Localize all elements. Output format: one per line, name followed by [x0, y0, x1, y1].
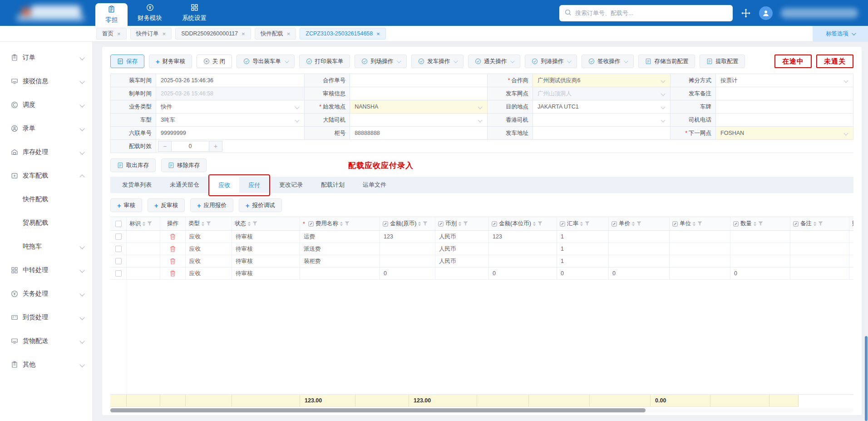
delete-icon[interactable]: [170, 233, 176, 240]
horizontal-scrollbar[interactable]: [110, 408, 853, 412]
business-type-select[interactable]: 快件: [156, 100, 305, 114]
audit-info-field[interactable]: [350, 87, 488, 100]
close-icon[interactable]: ×: [376, 31, 380, 37]
row-checkbox[interactable]: [115, 270, 122, 277]
filter-icon[interactable]: [206, 221, 211, 226]
sort-icon[interactable]: [340, 222, 343, 226]
cell-currency[interactable]: [435, 267, 489, 280]
filter-icon[interactable]: [252, 221, 257, 226]
tab-stowage-plan[interactable]: 配载计划: [312, 177, 354, 193]
cell-unit[interactable]: [670, 255, 730, 267]
close-icon[interactable]: ×: [163, 31, 166, 37]
sidebar-item-delivery[interactable]: 货物配送: [0, 329, 92, 353]
take-out-stock-button[interactable]: 取出库存: [110, 158, 156, 172]
table-row[interactable]: 应收 待审核 0 0 0 0 0: [110, 267, 853, 280]
filter-icon[interactable]: [538, 221, 542, 226]
search-input[interactable]: [575, 10, 727, 16]
sort-icon[interactable]: [533, 222, 536, 226]
stepper-value[interactable]: 0: [172, 141, 209, 152]
sidebar-item-other[interactable]: 其他: [0, 353, 92, 376]
cell-note[interactable]: [790, 243, 849, 255]
nav-item-ltl[interactable]: 零担: [95, 3, 128, 26]
cell-unit[interactable]: [670, 231, 730, 243]
row-checkbox[interactable]: [115, 258, 122, 264]
col-note[interactable]: 备注: [790, 217, 849, 230]
cell-note[interactable]: [790, 267, 849, 280]
cell-amount-base[interactable]: 123: [489, 231, 557, 243]
close-icon[interactable]: ×: [117, 31, 121, 37]
customs-ops-button[interactable]: 通关操作: [468, 54, 520, 68]
cell-fee-name[interactable]: 运费: [300, 231, 380, 243]
nav-item-finance[interactable]: 财务模块: [128, 0, 172, 26]
tab-receivable[interactable]: 应收: [209, 175, 239, 195]
sidebar-item-inventory[interactable]: 库存处理: [0, 140, 92, 164]
user-name[interactable]: [781, 8, 858, 18]
sidebar-item-orders[interactable]: 订单: [0, 46, 92, 69]
container-number-field[interactable]: 88888888: [350, 127, 488, 140]
sidebar-item-transit[interactable]: 中转处理: [0, 258, 92, 282]
table-row[interactable]: 应收 待审核 运费 123 人民币 123 1: [110, 231, 853, 243]
cell-fee-name[interactable]: 派送费: [300, 243, 380, 255]
col-unit[interactable]: 单位: [670, 217, 730, 230]
vertical-scrollbar[interactable]: [865, 336, 868, 421]
filter-icon[interactable]: [423, 221, 428, 226]
hk-driver-select[interactable]: [533, 114, 671, 127]
six-part-number-field[interactable]: 99999999: [156, 127, 305, 140]
cell-amount-orig[interactable]: [380, 255, 435, 267]
vehicle-type-select[interactable]: 3吨车: [156, 114, 305, 127]
sign-ops-button[interactable]: 签收操作: [582, 54, 634, 68]
filter-icon[interactable]: [585, 221, 590, 226]
cell-quantity[interactable]: [730, 255, 790, 267]
arrival-ops-button[interactable]: 到场操作: [355, 54, 407, 68]
delete-icon[interactable]: [170, 258, 176, 264]
cell-amount-base[interactable]: 0: [489, 267, 557, 280]
sort-icon[interactable]: [814, 222, 816, 226]
col-fee-name[interactable]: *费用名称: [300, 217, 380, 230]
row-checkbox[interactable]: [115, 246, 122, 252]
cell-price[interactable]: [609, 255, 670, 267]
cell-rate[interactable]: 0: [557, 267, 609, 280]
sort-icon[interactable]: [754, 222, 756, 226]
col-quantity[interactable]: 数量: [730, 217, 790, 230]
cell-fee-name[interactable]: 装柜费: [300, 255, 380, 267]
tab-home[interactable]: 首页×: [96, 28, 127, 40]
cell-unit[interactable]: [670, 243, 730, 255]
close-icon[interactable]: ×: [287, 31, 291, 37]
sidebar-item-ton-trailer[interactable]: 吨拖车: [0, 235, 92, 258]
col-rate[interactable]: 汇率: [557, 217, 609, 230]
cell-quantity[interactable]: [730, 231, 790, 243]
filter-icon[interactable]: [636, 221, 641, 226]
tab-options-button[interactable]: 标签选项: [813, 26, 868, 41]
cell-price[interactable]: [609, 231, 670, 243]
filter-icon[interactable]: [147, 221, 152, 226]
cell-rate[interactable]: 1: [557, 231, 609, 243]
sort-icon[interactable]: [580, 222, 583, 226]
cell-price[interactable]: 0: [609, 267, 670, 280]
stepper-minus-button[interactable]: −: [158, 141, 172, 152]
apply-quote-button[interactable]: +应用报价: [190, 198, 233, 212]
sort-icon[interactable]: [248, 222, 251, 226]
sidebar-item-express-stowage[interactable]: 快件配载: [0, 188, 92, 211]
plate-number-field[interactable]: [716, 100, 853, 114]
export-loading-list-button[interactable]: 导出装车单: [237, 54, 295, 68]
port-arrival-ops-button[interactable]: 到港操作: [525, 54, 577, 68]
filter-icon[interactable]: [758, 221, 763, 226]
quote-debug-button[interactable]: +报价调试: [239, 198, 282, 212]
cell-currency[interactable]: 人民币: [435, 243, 489, 255]
departure-address-field[interactable]: [533, 127, 671, 140]
table-row[interactable]: 应收 待审核 装柜费 人民币 1: [110, 255, 853, 267]
sidebar-item-shuttle-info[interactable]: 接驳信息: [0, 69, 92, 93]
delete-icon[interactable]: [170, 270, 176, 277]
load-config-button[interactable]: 提取配置: [700, 54, 745, 68]
print-loading-list-button[interactable]: 打印装车单: [299, 54, 350, 68]
partner-select[interactable]: 广州测试供应商6: [533, 74, 671, 87]
remove-stock-button[interactable]: 移除库存: [161, 158, 207, 172]
scrollbar-thumb[interactable]: [110, 408, 646, 412]
sidebar-item-entry[interactable]: 录单: [0, 117, 92, 140]
global-search[interactable]: [559, 5, 733, 21]
driver-phone-field[interactable]: [716, 114, 853, 127]
tab-express-orders[interactable]: 快件订单×: [130, 28, 172, 40]
tab-zcpz-stowage[interactable]: ZCPZ3103-250326154658×: [300, 28, 386, 40]
col-price[interactable]: 单价: [609, 217, 670, 230]
cell-currency[interactable]: 人民币: [435, 255, 489, 267]
